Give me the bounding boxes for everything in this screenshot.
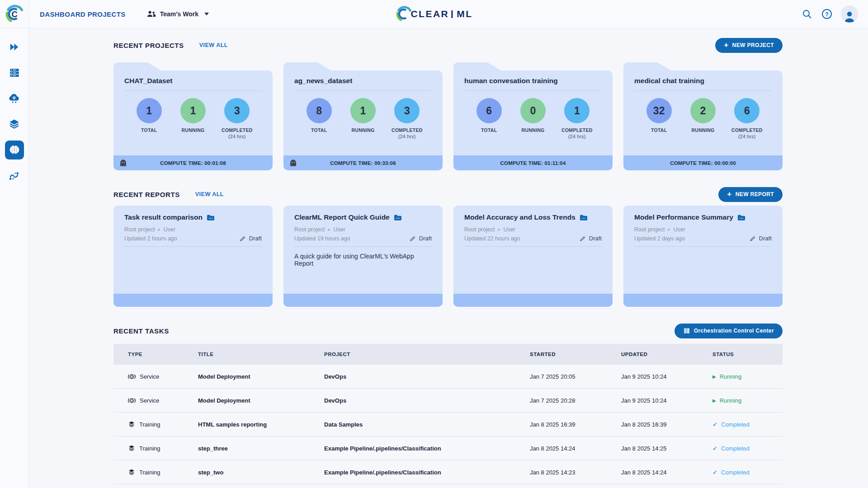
sidebar-item-pipelines[interactable] [0,163,29,188]
clearml-logo-icon: C [5,4,24,24]
table-row[interactable]: Training step_two Example Pipeline/.pipe… [113,460,783,484]
draft-badge: Draft [580,235,602,242]
project-card[interactable]: ag_news_dataset 8TOTAL 1RUNNING 3COMPLET… [283,62,443,170]
sidebar-item-datasets[interactable] [0,111,29,137]
task-updated: Jan 8 2025 16:39 [621,421,712,428]
new-report-button[interactable]: + NEW REPORT [718,187,783,202]
compute-time-footer: COMPUTE TIME: 01:11:04 [453,155,613,170]
task-project: Example Pipeline/.pipelines/Classificati… [324,469,530,476]
table-row[interactable]: Training step_three Example Pipeline/.pi… [113,436,783,460]
service-globe-icon [128,373,136,380]
task-title: step_three [198,445,324,452]
total-count: 8 [307,98,332,123]
task-project: DevOps [324,397,530,404]
recent-tasks-table: TYPE TITLE PROJECT STARTED UPDATED STATU… [113,344,783,488]
running-label: RUNNING [521,127,544,134]
report-card[interactable]: Task result comparison Root projectUser … [113,206,273,307]
layers-icon [8,118,20,130]
sidebar-item-workers[interactable] [0,85,29,111]
compute-time-text: COMPUTE TIME: 00:00:00 [670,160,736,166]
pipeline-icon [8,169,20,182]
project-card[interactable]: medical chat training 32TOTAL 2RUNNING 6… [623,62,783,170]
pencil-icon [580,235,586,242]
plus-icon: + [724,41,728,49]
table-row[interactable]: Service Model Deployment DevOps Jan 7 20… [113,365,783,389]
project-name: ag_news_dataset [294,77,432,91]
sidebar-item-expand[interactable] [0,34,29,60]
cloud-gear-icon [8,92,20,104]
completed-count: 3 [224,98,250,123]
project-name: medical chat training [634,77,772,91]
reports-view-all-link[interactable]: VIEW ALL [195,191,224,197]
folder-icon [394,214,402,221]
running-count: 0 [520,98,546,123]
folder-icon [580,214,588,221]
task-type: Training [139,445,160,452]
help-button[interactable]: ? [821,8,833,20]
task-started: Jan 8 2025 16:39 [530,421,621,428]
report-updated: Updated 22 hours ago [464,235,520,242]
status-badge: ✓Completed [712,469,783,476]
completed-sublabel: (24 hrs) [731,134,763,140]
team-icon [146,10,156,18]
column-header-status[interactable]: STATUS [712,352,783,357]
report-card[interactable]: Model Accuracy and Loss Trends Root proj… [453,206,613,307]
topbar: C DASHBOARD PROJECTS Team's Work CLEAR M… [0,0,868,28]
column-header-project[interactable]: PROJECT [324,352,530,357]
search-icon [802,9,812,19]
table-row[interactable]: Service Model Deployment DevOps Jan 7 20… [113,389,783,413]
report-title: Model Performance Summary [634,213,733,221]
report-updated: Updated 19 hours ago [294,235,350,242]
column-header-title[interactable]: TITLE [198,352,324,357]
completed-sublabel: (24 hrs) [392,134,423,140]
task-type: Service [140,397,159,404]
sidebar-item-queues[interactable] [0,60,29,85]
total-label: TOTAL [481,127,497,134]
column-header-updated[interactable]: UPDATED [621,352,712,357]
new-report-label: NEW REPORT [736,191,774,197]
report-description: A quick guide for using ClearML's WebApp… [294,253,432,267]
column-header-type[interactable]: TYPE [113,352,198,357]
page-title: DASHBOARD PROJECTS [40,10,126,18]
completed-label: COMPLETED [731,127,763,133]
training-layers-icon [128,421,135,428]
completed-sublabel: (24 hrs) [222,134,253,140]
logo-separator [451,10,453,18]
clearml-wordmark: CLEAR ML [395,5,472,23]
running-label: RUNNING [691,127,714,134]
sidebar-item-projects-dashboard[interactable] [0,137,29,163]
dot-separator [498,229,500,231]
task-updated: Jan 9 2025 10:24 [621,397,712,404]
total-count: 6 [476,98,502,123]
project-card[interactable]: CHAT_Dataset 1TOTAL 1RUNNING 3COMPLETED(… [113,62,273,170]
orchestration-control-center-button[interactable]: Orchestration Control Center [675,324,783,338]
play-icon: ▶ [712,398,716,403]
new-project-label: NEW PROJECT [732,42,774,48]
report-project: Root project [464,226,495,233]
tasks-section-title: RECENT TASKS [113,327,169,335]
task-started: Jan 8 2025 14:24 [530,445,621,452]
clearml-logo-mark[interactable]: C [0,0,29,28]
task-project: Example Pipeline/.pipelines/Classificati… [324,445,530,452]
column-header-started[interactable]: STARTED [530,352,621,357]
task-type: Service [140,373,159,380]
report-author: User [333,226,345,233]
completed-label: COMPLETED [392,127,423,133]
brain-icon [9,144,20,156]
task-title: HTML samples reporting [198,421,324,428]
task-type: Training [139,421,160,428]
user-avatar[interactable] [841,5,858,23]
workspace-selector[interactable]: Team's Work [146,10,209,18]
search-button[interactable] [801,8,813,20]
project-card[interactable]: human convesation training 6TOTAL 0RUNNI… [453,62,613,170]
table-row[interactable]: Training HTML samples reporting Data Sam… [113,413,783,436]
projects-view-all-link[interactable]: VIEW ALL [199,42,228,48]
projects-section-header: RECENT PROJECTS VIEW ALL + NEW PROJECT [113,38,783,53]
report-updated: Updated 2 days ago [634,235,685,242]
report-card-footer [283,294,443,307]
server-racks-icon [683,327,690,334]
main-content: RECENT PROJECTS VIEW ALL + NEW PROJECT C… [29,28,868,488]
new-project-button[interactable]: + NEW PROJECT [715,38,783,53]
report-card[interactable]: ClearML Report Quick Guide Root projectU… [283,206,443,307]
report-card[interactable]: Model Performance Summary Root projectUs… [623,206,783,307]
